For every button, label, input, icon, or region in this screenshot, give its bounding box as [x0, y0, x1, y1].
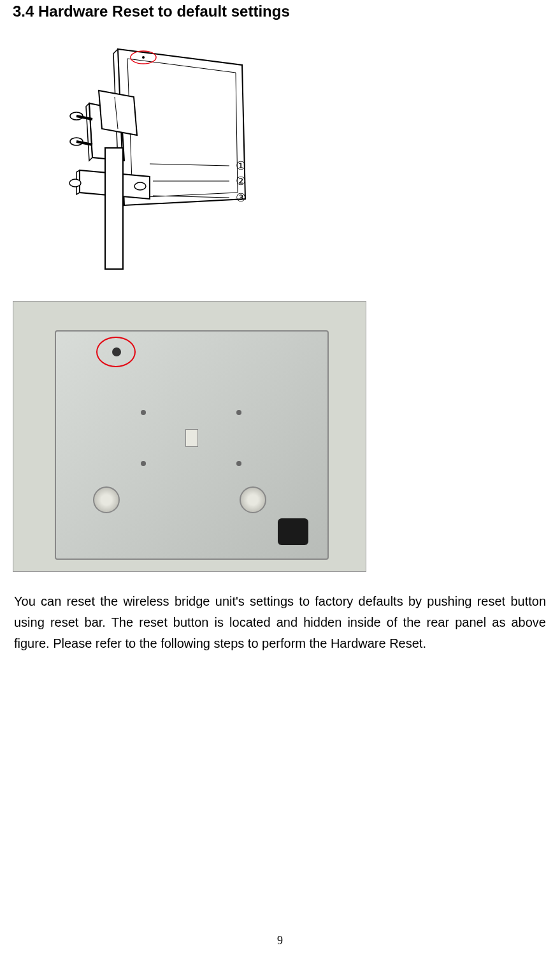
- callout-label-3: ③: [236, 191, 246, 204]
- svg-point-8: [69, 179, 81, 187]
- mount-hole: [236, 461, 241, 466]
- svg-point-9: [134, 182, 146, 190]
- device-rear-photo: [13, 301, 366, 572]
- ethernet-port: [278, 518, 308, 545]
- svg-line-10: [150, 164, 229, 166]
- connector-left: [93, 486, 120, 513]
- reset-highlight-circle: [96, 337, 136, 367]
- svg-line-12: [153, 196, 229, 198]
- connector-right: [240, 486, 266, 513]
- callout-label-1: ①: [236, 159, 246, 172]
- center-mount-bolt: [185, 429, 198, 447]
- mounting-diagram-figure: ① ② ③: [45, 33, 280, 275]
- mount-hole: [141, 410, 146, 415]
- mount-hole: [236, 410, 241, 415]
- mount-hole: [141, 461, 146, 466]
- body-paragraph: You can reset the wireless bridge unit's…: [13, 591, 547, 654]
- callout-label-2: ②: [236, 175, 246, 187]
- mounting-bracket-diagram: ① ② ③: [45, 33, 280, 275]
- section-heading: 3.4 Hardware Reset to default settings: [13, 0, 547, 33]
- svg-point-1: [142, 56, 145, 59]
- page-number: 9: [0, 934, 560, 947]
- svg-rect-3: [105, 148, 123, 269]
